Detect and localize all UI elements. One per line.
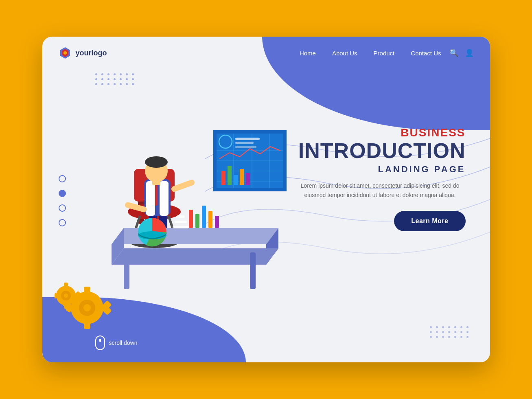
- logo: yourlogo: [59, 46, 107, 59]
- user-icon[interactable]: 👤: [465, 48, 474, 57]
- logo-icon: [59, 46, 72, 59]
- dot-grid-top-left: [95, 73, 135, 85]
- nav-icons: 🔍 👤: [449, 48, 474, 57]
- hero-description: Lorem ipsum dolor sit amet, consectetur …: [295, 181, 466, 200]
- svg-rect-26: [124, 252, 129, 289]
- svg-rect-51: [246, 173, 250, 185]
- svg-rect-35: [173, 226, 189, 228]
- hero-content: BUSINESS INTRODUCTION LANDING PAGE Lorem…: [295, 126, 466, 231]
- svg-rect-50: [240, 169, 244, 185]
- svg-rect-37: [177, 215, 185, 218]
- illustration: [75, 90, 303, 297]
- nav-about[interactable]: About Us: [332, 50, 357, 57]
- svg-rect-71: [64, 304, 68, 309]
- scroll-down[interactable]: scroll down: [95, 335, 138, 350]
- svg-rect-27: [250, 252, 256, 289]
- svg-rect-29: [195, 214, 199, 228]
- hero-business-label: BUSINESS: [295, 126, 466, 139]
- svg-rect-55: [235, 146, 256, 148]
- search-icon[interactable]: 🔍: [449, 48, 458, 57]
- indicator-2[interactable]: [59, 190, 66, 197]
- svg-rect-53: [235, 138, 260, 140]
- nav-links: Home About Us Product Contact Us: [300, 50, 441, 57]
- svg-rect-60: [84, 322, 90, 329]
- indicator-3[interactable]: [59, 204, 66, 212]
- svg-point-58: [83, 304, 91, 312]
- svg-rect-19: [152, 179, 160, 185]
- nav-product[interactable]: Product: [374, 50, 395, 57]
- scroll-text: scroll down: [109, 340, 138, 346]
- nav-home[interactable]: Home: [300, 50, 316, 57]
- navbar: yourlogo Home About Us Product Contact U…: [42, 37, 490, 69]
- svg-point-2: [63, 51, 67, 55]
- svg-rect-32: [215, 216, 219, 228]
- svg-point-18: [145, 156, 168, 168]
- svg-rect-36: [175, 221, 187, 223]
- svg-rect-48: [228, 166, 232, 185]
- mouse-icon: [95, 335, 105, 350]
- landing-card: yourlogo Home About Us Product Contact U…: [42, 37, 490, 362]
- hero-title: INTRODUCTION: [295, 139, 466, 162]
- logo-text: yourlogo: [76, 49, 107, 57]
- indicator-1[interactable]: [59, 175, 66, 182]
- learn-more-button[interactable]: Learn More: [394, 211, 465, 231]
- svg-rect-28: [189, 210, 193, 228]
- hero-subtitle: LANDING PAGE: [295, 164, 466, 175]
- dot-grid-bottom-right: [430, 326, 470, 338]
- indicator-circles: [59, 175, 66, 226]
- svg-rect-54: [235, 142, 254, 144]
- indicator-4[interactable]: [59, 219, 66, 226]
- svg-rect-16: [160, 181, 169, 216]
- svg-rect-70: [64, 283, 68, 287]
- svg-rect-15: [146, 181, 155, 216]
- svg-marker-22: [112, 228, 278, 244]
- mouse-dot: [99, 339, 101, 342]
- illustration-svg: [75, 90, 303, 301]
- svg-rect-49: [234, 175, 238, 185]
- nav-contact[interactable]: Contact Us: [411, 50, 441, 57]
- svg-rect-30: [202, 206, 206, 228]
- svg-rect-31: [208, 211, 212, 228]
- svg-rect-47: [221, 171, 225, 185]
- svg-point-69: [63, 293, 68, 298]
